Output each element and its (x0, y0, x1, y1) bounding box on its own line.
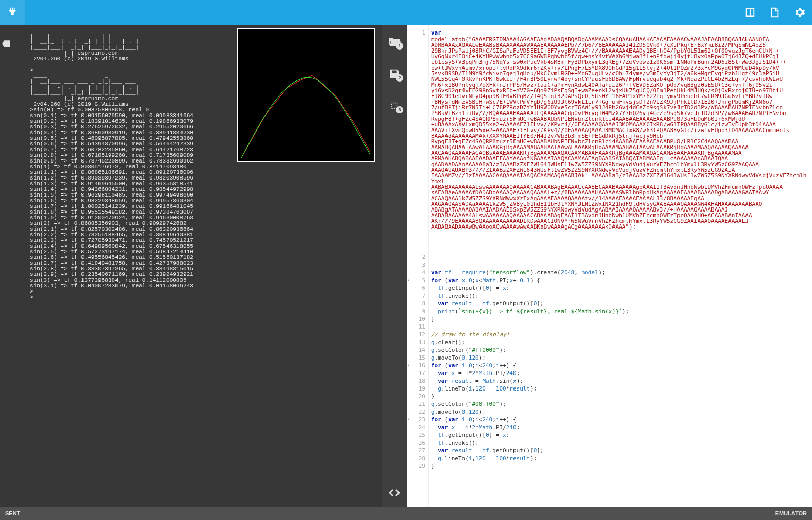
save-file-button[interactable]: 2 (388, 67, 401, 80)
split-icon (744, 7, 756, 18)
side-toolbar: 1 2 3 (382, 25, 407, 507)
graph-preview[interactable] (237, 28, 375, 162)
code-mode-button[interactable] (388, 486, 401, 499)
status-right: EMULATOR (775, 510, 807, 516)
plug-icon (7, 7, 18, 18)
code-editor[interactable]: 1234567891011121314151617181920212223242… (407, 25, 812, 507)
status-bar: SENT EMULATOR (0, 507, 812, 520)
flash-badge: 3 (396, 106, 403, 113)
docs-button[interactable] (763, 0, 787, 25)
settings-button[interactable] (787, 0, 812, 25)
save-badge: 2 (396, 74, 403, 82)
close-terminal-button[interactable] (0, 37, 13, 51)
terminal-pane: ____ _ | __|___ ___ ___ _ _|_|___ ___ | … (0, 25, 382, 507)
close-tab-icon (2, 40, 10, 47)
line-gutter: 1234567891011121314151617181920212223242… (407, 25, 429, 507)
layout-button[interactable] (738, 0, 763, 25)
open-badge: 1 (396, 42, 403, 50)
open-file-button[interactable]: 1 (388, 35, 401, 48)
top-toolbar (0, 0, 812, 25)
gear-icon (794, 7, 805, 18)
book-icon (769, 7, 781, 18)
status-left: SENT (5, 510, 20, 516)
flash-button[interactable]: 3 (388, 99, 401, 112)
code-icon (388, 488, 401, 498)
code-content[interactable]: varmodel=atob("GAAAFRGTDMAAA4AGAAEAAgADA… (429, 25, 812, 507)
connect-button[interactable] (0, 0, 25, 25)
